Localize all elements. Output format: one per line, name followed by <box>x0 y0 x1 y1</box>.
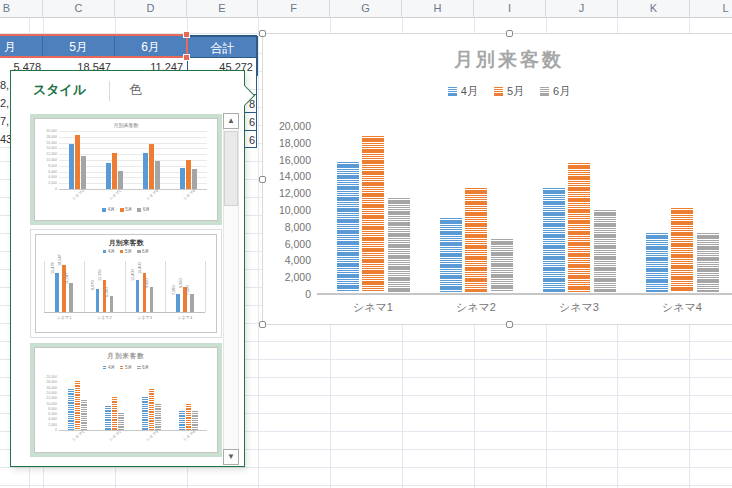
column-header-G[interactable]: G <box>330 0 402 18</box>
column-header-D[interactable]: D <box>115 0 187 18</box>
y-axis-label[interactable]: 0 <box>263 288 311 300</box>
bar-4月-シネマ3[interactable] <box>543 188 565 292</box>
preview-bar <box>106 163 111 189</box>
preview-title: 月別来客数 <box>36 238 216 248</box>
preview-bar <box>150 287 154 312</box>
column-header-H[interactable]: H <box>402 0 474 18</box>
preview-data-label: 15,400 <box>138 262 142 274</box>
legend-item-6月[interactable]: 6月 <box>540 84 570 99</box>
preview-data-label: 12,365 <box>98 270 102 282</box>
preview-bar <box>142 397 148 430</box>
chart-styles-panel: スタイル 色 月別来客数02,0004,0006,0008,00010,0001… <box>10 70 245 467</box>
preview-data-label: 11,247 <box>65 273 69 284</box>
chart-resize-handle-bottom-center[interactable] <box>506 321 513 328</box>
tab-style[interactable]: スタイル <box>33 81 86 99</box>
y-axis-label[interactable]: 6,000 <box>263 238 311 250</box>
bar-4月-シネマ1[interactable] <box>337 162 359 292</box>
column-header-J[interactable]: J <box>546 0 618 18</box>
y-axis-label[interactable]: 2,000 <box>263 271 311 283</box>
header-cell-month4[interactable]: 月 <box>0 36 43 58</box>
preview-title: 月別来客数 <box>35 352 217 361</box>
y-axis-label[interactable]: 8,000 <box>263 221 311 233</box>
column-header-B[interactable]: B <box>0 0 43 18</box>
x-axis-label[interactable]: シネマ1 <box>333 300 413 315</box>
preview-legend-label: 4月 <box>108 207 115 212</box>
chart-object[interactable]: 月別来客数 4月5月6月 02,0004,0006,0008,00010,000… <box>262 33 732 325</box>
y-axis-label[interactable]: 18,000 <box>263 137 311 149</box>
range-handle-bottom[interactable] <box>183 54 190 61</box>
legend-item-5月[interactable]: 5月 <box>494 84 524 99</box>
preview-bar <box>112 153 117 189</box>
preview-bar <box>149 389 155 430</box>
bar-4月-シネマ4[interactable] <box>646 233 668 292</box>
y-axis-label[interactable]: 20,000 <box>263 120 311 132</box>
legend-item-4月[interactable]: 4月 <box>448 84 478 99</box>
bar-5月-シネマ1[interactable] <box>362 136 384 292</box>
column-header-I[interactable]: I <box>474 0 546 18</box>
y-axis-label[interactable]: 16,000 <box>263 154 311 166</box>
preview-ylabel: 14,000 <box>36 391 57 395</box>
y-axis-label[interactable]: 4,000 <box>263 254 311 266</box>
x-axis-label[interactable]: シネマ2 <box>436 300 516 315</box>
header-cell-total[interactable]: 合計 <box>187 36 258 58</box>
cell-e7-partial[interactable]: 6 <box>245 130 257 148</box>
preview-legend-swatch <box>120 250 124 254</box>
preview-separator <box>84 261 85 312</box>
preview-bar <box>110 296 114 312</box>
column-header-E[interactable]: E <box>187 0 258 18</box>
column-header-L[interactable]: L <box>690 0 732 18</box>
chart-style-option-3[interactable]: 月別来客数4月5月6月02,0004,0006,0008,00010,00012… <box>30 343 222 457</box>
chart-resize-handle-bottom-left[interactable] <box>259 321 266 328</box>
bar-6月-シネマ3[interactable] <box>594 210 616 292</box>
bar-5月-シネマ2[interactable] <box>465 188 487 292</box>
preview-legend-label: 5月 <box>125 249 132 254</box>
bar-6月-シネマ4[interactable] <box>697 233 719 292</box>
tab-color[interactable]: 色 <box>129 81 142 99</box>
y-axis-label[interactable]: 14,000 <box>263 170 311 182</box>
panel-scroll-up-button[interactable]: ▲ <box>223 113 239 129</box>
preview-data-label: 7,080 <box>172 285 176 295</box>
header-cell-month6[interactable]: 6月 <box>115 36 187 58</box>
x-axis-line[interactable] <box>317 293 732 295</box>
range-handle-top[interactable] <box>183 31 190 38</box>
chart-style-option-2[interactable]: 月別来客数4月5月6月15,47818,54711,2478,87012,365… <box>30 229 222 338</box>
preview-ylabel: 2,000 <box>36 181 57 185</box>
tab-divider <box>109 81 110 101</box>
preview-bar <box>149 144 154 189</box>
preview-legend-swatch <box>103 250 107 254</box>
bar-6月-シネマ2[interactable] <box>491 239 513 292</box>
header-cell-month5[interactable]: 5月 <box>43 36 115 58</box>
y-axis-label[interactable]: 10,000 <box>263 204 311 216</box>
preview-bar <box>68 389 74 430</box>
column-header-C[interactable]: C <box>43 0 115 18</box>
preview-ylabel: 16,000 <box>36 141 57 145</box>
chart-legend[interactable]: 4月5月6月 <box>263 84 732 99</box>
chart-title[interactable]: 月別来客数 <box>263 47 732 73</box>
chart-resize-handle-top-center[interactable] <box>506 30 513 37</box>
preview-ylabel: 16,000 <box>36 386 57 390</box>
x-axis-label[interactable]: シネマ4 <box>642 300 722 315</box>
column-header-F[interactable]: F <box>258 0 330 18</box>
cell-e6-partial[interactable]: 6 <box>245 112 257 130</box>
preview-legend-swatch <box>137 250 141 254</box>
x-axis-label[interactable]: シネマ3 <box>539 300 619 315</box>
chart-style-option-1[interactable]: 月別来客数02,0004,0006,0008,00010,00012,00014… <box>30 114 222 225</box>
preview-separator <box>125 261 126 312</box>
preview-data-label: 12,400 <box>131 270 135 282</box>
legend-label: 6月 <box>553 84 570 99</box>
chart-resize-handle-top-left[interactable] <box>259 30 266 37</box>
chart-resize-handle-left-middle[interactable] <box>259 176 266 183</box>
up-arrow-icon: ▲ <box>227 116 235 125</box>
preview-legend-label: 4月 <box>108 365 115 370</box>
column-header-strip: BCDEFGHIJKL <box>0 0 732 18</box>
preview-ylabel: 6,000 <box>36 412 57 416</box>
y-axis-label[interactable]: 12,000 <box>263 187 311 199</box>
bar-5月-シネマ4[interactable] <box>671 208 693 292</box>
preview-ylabel: 8,000 <box>36 164 57 168</box>
panel-scrollbar-thumb[interactable] <box>224 131 238 206</box>
panel-scroll-down-button[interactable]: ▼ <box>223 449 239 465</box>
bar-5月-シネマ3[interactable] <box>568 163 590 292</box>
bar-4月-シネマ2[interactable] <box>440 218 462 293</box>
column-header-K[interactable]: K <box>618 0 690 18</box>
bar-6月-シネマ1[interactable] <box>388 198 410 292</box>
